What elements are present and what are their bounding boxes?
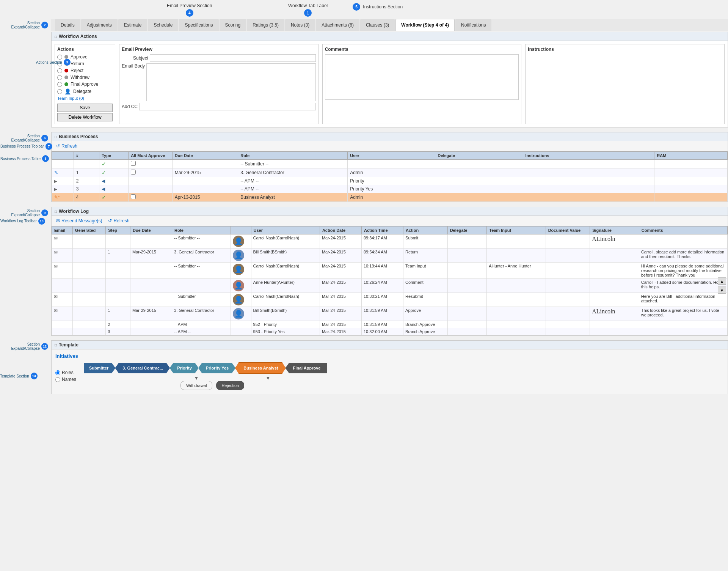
bp-edit-1[interactable]: ✎: [52, 168, 74, 177]
wl-ti-6: [487, 307, 546, 321]
bp-type-0: ✓: [99, 160, 129, 168]
tab-schedule[interactable]: Schedule: [148, 19, 178, 31]
bp-collapse-icon[interactable]: □: [55, 135, 57, 139]
instructions-title: Instructions: [528, 47, 722, 52]
tab-ratings[interactable]: Ratings (3.5): [247, 19, 284, 31]
email-icon-5[interactable]: ✉: [54, 294, 58, 299]
roles-label: Roles: [62, 370, 74, 375]
tab-notes[interactable]: Notes (3): [285, 19, 315, 31]
wl-row-8: 3 -- APM -- 953 - Priority Yes Mar-24-20…: [52, 328, 728, 335]
bp-row-2: ▶ 2 ◀ -- APM -- Priority: [52, 177, 728, 185]
bp-refresh-button[interactable]: ↺ Refresh: [55, 143, 79, 149]
tab-estimate[interactable]: Estimate: [118, 19, 147, 31]
wf-log-refresh-icon: ↺: [108, 218, 112, 223]
comments-panel: Comments: [322, 44, 522, 124]
tab-details[interactable]: Details: [55, 19, 80, 31]
final-approve-radio[interactable]: [57, 82, 62, 87]
scroll-up-button[interactable]: ▲: [718, 277, 726, 285]
all-must-check-0[interactable]: [131, 161, 136, 166]
bp-date-4: Apr-13-2015: [172, 193, 238, 202]
reject-radio[interactable]: [57, 68, 62, 73]
add-cc-label: Add CC: [122, 104, 138, 109]
wl-col-due-date: Due Date: [130, 227, 172, 234]
tab-scoring[interactable]: Scoring: [220, 19, 246, 31]
add-cc-input[interactable]: [139, 103, 316, 110]
bp-refresh-label: Refresh: [61, 143, 77, 149]
names-radio[interactable]: [55, 377, 60, 382]
bp-col-num: #: [74, 152, 99, 160]
tab-workflow[interactable]: Workflow (Step 4 of 4): [395, 19, 455, 31]
wl-email-2: ✉: [52, 249, 73, 263]
wl-comment-8: [639, 328, 727, 335]
wl-avatar-3: 👤: [231, 263, 251, 279]
email-icon-1[interactable]: ✉: [54, 236, 58, 241]
save-button[interactable]: Save: [57, 104, 113, 112]
edit-icon-4[interactable]: ✎*: [54, 195, 60, 200]
comments-textarea[interactable]: [325, 54, 519, 100]
action-delegate[interactable]: 👤 Delegate: [57, 88, 113, 94]
expand-icon-3[interactable]: ▶: [54, 187, 57, 191]
wf-subnode-rejection[interactable]: Rejection: [216, 381, 244, 390]
email-icon-2[interactable]: ✉: [54, 250, 58, 255]
wf-log-collapse-icon[interactable]: □: [55, 209, 57, 214]
tab-attachments[interactable]: Attachments (6): [316, 19, 359, 31]
withdraw-radio[interactable]: [57, 75, 62, 80]
delegate-radio[interactable]: [57, 89, 62, 94]
wf-log-refresh-button[interactable]: ↺ Refresh: [107, 217, 131, 224]
all-must-check-1[interactable]: [131, 170, 136, 175]
wf-node-final-approve[interactable]: Final Approve: [286, 363, 328, 373]
wl-action-3: Team Input: [403, 263, 448, 279]
wl-sig-8: [590, 328, 639, 335]
wl-step-5: [106, 293, 130, 307]
action-reject[interactable]: Reject: [57, 68, 113, 73]
wl-gen-7: [72, 321, 105, 328]
wf-log-toolbar-label: Workflow Log Toolbar: [0, 219, 37, 223]
action-withdraw[interactable]: Withdraw: [57, 75, 113, 80]
wl-atime-2: 09:54:34 AM: [361, 249, 403, 263]
workflow-actions-collapse-icon[interactable]: □: [55, 35, 57, 39]
expand-icon-2[interactable]: ▶: [54, 179, 57, 183]
bp-role-1: 3. General Contractor: [238, 168, 348, 177]
names-label: Names: [62, 377, 76, 382]
wl-adate-4: Mar-24-2015: [320, 279, 361, 293]
radio-names[interactable]: Names: [55, 377, 76, 382]
wf-subnode-withdrawal[interactable]: Withdrawal: [180, 381, 212, 390]
bp-instructions-2: [523, 177, 654, 185]
wl-row-7: 2 -- APM -- 952 - Priority Mar-24-2015 1…: [52, 321, 728, 328]
wf-node-general-contractor[interactable]: 3. General Contrac...: [115, 363, 170, 373]
wl-user-1: Carrol Nash(CarrolNash): [251, 234, 320, 249]
wl-sig-1: ALincoln: [590, 234, 639, 249]
bp-col-instructions: Instructions: [523, 152, 654, 160]
team-input-link[interactable]: Team Input (0): [57, 96, 113, 101]
email-icon-6[interactable]: ✉: [54, 308, 58, 313]
tab-specifications[interactable]: Specifications: [179, 19, 218, 31]
resend-messages-button[interactable]: ✉ Resend Message(s): [55, 217, 104, 224]
template-collapse-icon[interactable]: □: [55, 343, 57, 347]
all-must-check-4[interactable]: [131, 194, 136, 199]
email-preview-section-label: Email Preview Section: [167, 3, 212, 8]
user-avatar-1: 👤: [233, 236, 244, 247]
tab-notifications[interactable]: Notifications: [455, 19, 491, 31]
wf-node-submitter[interactable]: Submitter: [84, 363, 115, 373]
wl-date-1: [130, 234, 172, 249]
wl-del-5: [447, 293, 487, 307]
wl-adate-2: Mar-24-2015: [320, 249, 361, 263]
email-body-textarea[interactable]: [146, 63, 316, 101]
action-final-approve[interactable]: Final Approve: [57, 82, 113, 87]
radio-roles[interactable]: Roles: [55, 370, 76, 375]
actions-title: Actions: [57, 47, 113, 52]
wf-node-business-analyst[interactable]: Business Analyst: [235, 362, 286, 374]
tab-adjustments[interactable]: Adjustments: [81, 19, 118, 31]
scroll-down-button[interactable]: ▼: [718, 286, 726, 294]
delete-workflow-button[interactable]: Delete Workflow: [57, 113, 113, 121]
wf-node-priority[interactable]: Priority: [169, 363, 199, 373]
tab-clauses[interactable]: Clauses (3): [360, 19, 395, 31]
email-icon-3[interactable]: ✉: [54, 264, 58, 269]
subject-input[interactable]: [150, 54, 316, 62]
bp-edit-4[interactable]: ✎*: [52, 193, 74, 202]
roles-radio[interactable]: [55, 370, 60, 375]
edit-icon-1[interactable]: ✎: [54, 170, 58, 175]
wf-node-priority-yes[interactable]: Priority Yes: [198, 363, 235, 373]
approve-dot: [64, 55, 68, 59]
return-label: Return: [71, 61, 84, 66]
